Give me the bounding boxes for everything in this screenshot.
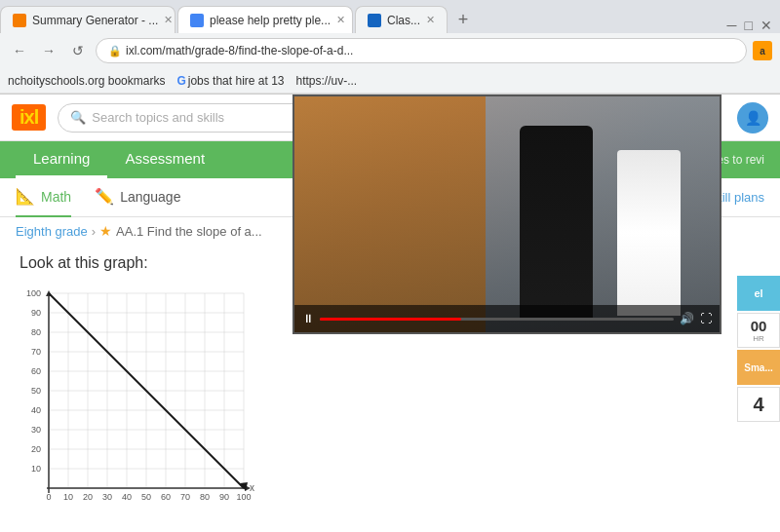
- tab-2-label: please help pretty ple...: [210, 14, 331, 27]
- tab-3-favicon: [368, 14, 381, 27]
- video-scene: ⏸ 🔊 ⛶: [294, 96, 720, 332]
- breadcrumb-parent[interactable]: Eighth grade: [16, 224, 88, 239]
- right-btn-smart[interactable]: Sma...: [737, 350, 780, 385]
- svg-text:0: 0: [46, 492, 51, 502]
- graph-svg: 100 90 80 70 60 50 40 30 20 10 0 10 20 3…: [20, 284, 292, 517]
- tab-3-label: Clas...: [387, 14, 420, 27]
- video-wall: [294, 96, 486, 332]
- ixl-search[interactable]: 🔍 Search topics and skills: [58, 103, 311, 133]
- svg-text:60: 60: [31, 366, 41, 376]
- ixl-logo[interactable]: ixl: [12, 104, 46, 131]
- address-bar-row: ← → ↺ 🔒 ixl.com/math/grade-8/find-the-sl…: [0, 33, 780, 68]
- svg-text:40: 40: [31, 405, 41, 415]
- language-icon: ✏️: [95, 187, 114, 206]
- tab-2-close[interactable]: ✕: [336, 14, 345, 26]
- maximize-button[interactable]: □: [745, 18, 753, 33]
- svg-text:80: 80: [31, 327, 41, 337]
- video-person2: [617, 150, 681, 316]
- graph-container: 100 90 80 70 60 50 40 30 20 10 0 10 20 3…: [20, 284, 292, 517]
- svg-text:70: 70: [31, 347, 41, 357]
- search-placeholder: Search topics and skills: [92, 110, 224, 125]
- svg-text:90: 90: [31, 308, 41, 318]
- tab-1[interactable]: Summary Generator - ... ✕: [0, 6, 176, 33]
- svg-text:80: 80: [200, 492, 210, 502]
- subnav-language[interactable]: ✏️ Language: [95, 178, 180, 217]
- minimize-button[interactable]: ─: [727, 18, 737, 33]
- svg-text:100: 100: [236, 492, 251, 502]
- svg-text:60: 60: [161, 492, 171, 502]
- close-button[interactable]: ✕: [760, 18, 772, 33]
- video-play-button[interactable]: ⏸: [302, 312, 314, 325]
- browser-chrome: Summary Generator - ... ✕ please help pr…: [0, 0, 780, 95]
- math-icon: 📐: [16, 187, 35, 206]
- breadcrumb-current: AA.1 Find the slope of a...: [116, 224, 262, 239]
- tab-1-close[interactable]: ✕: [164, 14, 173, 26]
- svg-text:50: 50: [31, 386, 41, 396]
- svg-text:10: 10: [31, 464, 41, 474]
- address-text: ixl.com/math/grade-8/find-the-slope-of-a…: [126, 44, 353, 57]
- extensions-area: a: [753, 41, 772, 60]
- tab-2[interactable]: please help pretty ple... ✕: [177, 6, 353, 33]
- svg-text:90: 90: [219, 492, 229, 502]
- svg-text:20: 20: [31, 444, 41, 454]
- video-progress-bar[interactable]: [320, 318, 674, 321]
- tab-3-close[interactable]: ✕: [426, 14, 435, 26]
- video-content: ⏸ 🔊 ⛶: [294, 96, 720, 332]
- forward-button[interactable]: →: [37, 39, 60, 62]
- new-tab-button[interactable]: +: [449, 6, 477, 33]
- back-button[interactable]: ←: [8, 39, 31, 62]
- tab-1-label: Summary Generator - ...: [32, 14, 158, 27]
- nav-learning[interactable]: Learning: [16, 141, 107, 178]
- bookmark-1[interactable]: nchoityschools.org bookmarks: [8, 74, 165, 88]
- tab-2-favicon: [190, 14, 204, 27]
- bookmark-3[interactable]: https://uv-...: [296, 74, 358, 88]
- svg-text:20: 20: [83, 492, 93, 502]
- svg-text:10: 10: [63, 492, 73, 502]
- amazon-icon[interactable]: a: [753, 41, 772, 60]
- address-input[interactable]: 🔒 ixl.com/math/grade-8/find-the-slope-of…: [96, 38, 747, 63]
- video-overlay[interactable]: ⏸ 🔊 ⛶: [292, 95, 722, 334]
- tab-bar: Summary Generator - ... ✕ please help pr…: [0, 0, 780, 33]
- nav-assessment[interactable]: Assessment: [107, 141, 222, 178]
- svg-text:30: 30: [31, 425, 41, 435]
- subnav-math[interactable]: 📐 Math: [16, 178, 71, 217]
- video-progress-fill: [320, 318, 461, 321]
- timer-value: 00: [751, 318, 767, 334]
- right-btn-el[interactable]: el: [737, 276, 780, 311]
- user-icon[interactable]: 👤: [737, 102, 768, 133]
- video-fullscreen-button[interactable]: ⛶: [700, 312, 712, 325]
- svg-text:100: 100: [26, 288, 41, 298]
- video-controls-bar: ⏸ 🔊 ⛶: [294, 305, 720, 332]
- video-volume-button[interactable]: 🔊: [680, 312, 694, 325]
- breadcrumb-star-icon: ★: [99, 223, 112, 239]
- bookmarks-bar: nchoityschools.org bookmarks Gjobs that …: [0, 68, 780, 94]
- right-panel: el 00 HR Sma... 4: [737, 276, 780, 422]
- right-number: 4: [737, 387, 780, 422]
- breadcrumb-separator: ›: [92, 224, 96, 239]
- svg-text:x: x: [250, 482, 254, 493]
- tab-3[interactable]: Clas... ✕: [355, 6, 448, 33]
- reload-button[interactable]: ↺: [66, 39, 90, 62]
- svg-text:40: 40: [122, 492, 132, 502]
- bookmark-2[interactable]: Gjobs that hire at 13: [176, 74, 284, 88]
- svg-text:70: 70: [180, 492, 190, 502]
- video-person1: [520, 126, 593, 321]
- svg-text:30: 30: [102, 492, 112, 502]
- right-timer: 00 HR: [737, 313, 780, 348]
- tab-1-favicon: [13, 14, 26, 27]
- svg-text:50: 50: [141, 492, 151, 502]
- timer-hr-label: HR: [753, 334, 764, 343]
